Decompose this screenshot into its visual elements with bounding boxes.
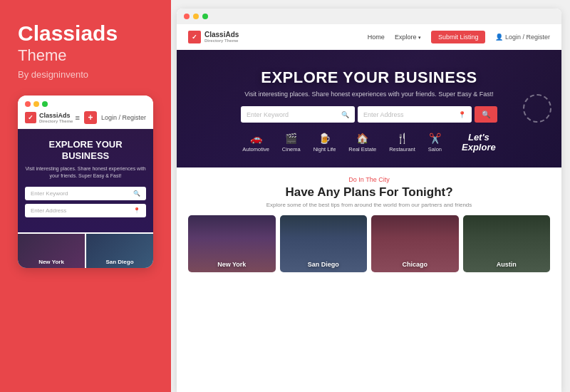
mobile-window-bar [18,96,153,107]
dot-green [42,101,48,107]
location-icon: 📍 [133,207,140,214]
brand-name: Classiads [18,21,118,45]
section-tag: Do In The City [188,176,550,183]
automotive-icon: 🚗 [250,133,262,144]
logo-check-icon: ✓ [25,112,36,123]
dot-red [25,101,31,107]
city-card-new-york[interactable]: New York [188,215,276,272]
chevron-down-icon: ▾ [418,35,421,40]
city-name-new-york: New York [217,261,246,268]
city-card-chicago[interactable]: Chicago [371,215,459,272]
city-name-chicago: Chicago [402,261,428,268]
hero-search-bar: Enter Keyword 🔍 Enter Address 📍 🔍 [241,106,497,123]
desktop-hero: EXPLORE YOUR BUSINESS Visit interesting … [177,50,561,167]
browser-dot-red [184,14,190,19]
realestate-icon: 🏠 [356,133,368,144]
mobile-login-link[interactable]: Login / Register [101,114,146,121]
city-card-austin[interactable]: Austin [463,215,551,272]
city-label-san-diego: San Diego [86,259,153,265]
city-cards: New York San Diego Chicago [188,215,550,272]
browser-preview: ✓ ClassiAds Directory Theme Home Explore… [177,9,561,392]
section-subtitle: Explore some of the best tips from aroun… [188,202,550,208]
mobile-address-input[interactable]: Enter Address 📍 [25,204,146,217]
salon-icon: ✂️ [429,133,441,144]
city-name-san-diego: San Diego [308,261,339,268]
category-cinema[interactable]: 🎬 Cinema [282,133,301,153]
city-name-austin: Austin [497,261,517,268]
hamburger-icon[interactable]: ≡ [76,113,80,122]
desktop-logo-check-icon: ✓ [188,31,201,43]
browser-content: ✓ ClassiAds Directory Theme Home Explore… [177,24,561,392]
decorative-circle [523,94,551,123]
hero-title: EXPLORE YOUR BUSINESS [188,68,550,87]
browser-dot-yellow [193,14,199,19]
mobile-hero-subtitle: Visit interesting places. Share honest e… [25,165,146,180]
mobile-preview-card: ✓ ClassiAds Directory Theme ≡ + Login / … [18,96,153,268]
category-realestate[interactable]: 🏠 Real Estate [348,133,376,153]
hero-address-input[interactable]: Enter Address 📍 [358,106,472,123]
right-panel: ✓ ClassiAds Directory Theme Home Explore… [171,0,570,392]
city-label-new-york: New York [18,259,85,265]
nav-home[interactable]: Home [368,33,385,41]
dot-yellow [33,101,39,107]
brand-by: By designinvento [18,69,88,80]
hero-categories: 🚗 Automotive 🎬 Cinema 🍺 Night Life 🏠 Rea… [188,133,550,153]
mobile-city-grid: New York San Diego [18,234,153,268]
nav-explore[interactable]: Explore ▾ [395,33,421,41]
city-thumb-san-diego: San Diego [86,234,153,268]
mobile-logo: ✓ ClassiAds Directory Theme [25,112,73,123]
section-title: Have Any Plans For Tonight? [188,185,550,200]
browser-dot-green [202,14,208,19]
search-icon: 🔍 [133,190,140,197]
category-salon[interactable]: ✂️ Salon [428,133,442,153]
hero-search-button[interactable]: 🔍 [475,106,497,123]
cinema-icon: 🎬 [285,133,297,144]
explore-text: Let's Explore [462,133,496,153]
brand-theme: Theme [18,46,66,65]
desktop-nav-links: Home Explore ▾ Submit Listing 👤 Login / … [368,31,550,43]
mobile-keyword-input[interactable]: Enter Keyword 🔍 [25,187,146,200]
plus-button[interactable]: + [84,111,97,124]
desktop-logo-subtext: Directory Theme [204,38,239,43]
nav-login[interactable]: 👤 Login / Register [495,33,550,41]
search-icon-small: 🔍 [341,111,349,118]
city-thumb-new-york: New York [18,234,85,268]
location-icon-small: 📍 [458,111,466,118]
category-nightlife[interactable]: 🍺 Night Life [314,133,336,153]
desktop-navbar: ✓ ClassiAds Directory Theme Home Explore… [177,24,561,50]
user-icon: 👤 [495,33,503,41]
desktop-logo-text: ClassiAds [204,31,239,38]
submit-listing-button[interactable]: Submit Listing [431,31,486,43]
mobile-logo-bar: ✓ ClassiAds Directory Theme ≡ + Login / … [18,107,153,129]
desktop-logo: ✓ ClassiAds Directory Theme [188,31,239,43]
left-panel: Classiads Theme By designinvento ✓ Class… [0,0,171,392]
mobile-nav-icons: ≡ + Login / Register [76,111,146,124]
category-restaurant[interactable]: 🍴 Restaurant [389,133,415,153]
mobile-hero: EXPLORE YOUR BUSINESS Visit interesting … [18,129,153,232]
nightlife-icon: 🍺 [318,133,331,144]
mobile-logo-subtext: Directory Theme [39,119,73,123]
city-section: Do In The City Have Any Plans For Tonigh… [177,167,561,278]
mobile-logo-text: ClassiAds [39,112,73,119]
hero-keyword-input[interactable]: Enter Keyword 🔍 [241,106,355,123]
restaurant-icon: 🍴 [396,133,408,144]
city-card-san-diego[interactable]: San Diego [280,215,368,272]
browser-bar [177,9,561,24]
mobile-hero-title: EXPLORE YOUR BUSINESS [25,139,146,161]
hero-subtitle: Visit interesting places. Share honest e… [188,91,550,98]
category-automotive[interactable]: 🚗 Automotive [242,133,269,153]
